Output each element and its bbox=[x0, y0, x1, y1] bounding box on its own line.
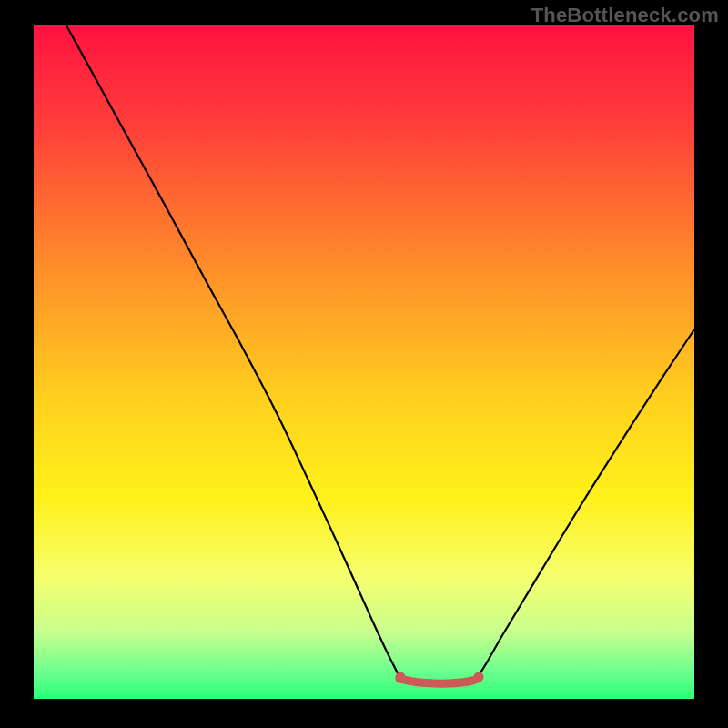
optimal-flat-segment bbox=[399, 679, 478, 683]
watermark-text: TheBottleneck.com bbox=[531, 4, 719, 27]
optimal-endpoint-left bbox=[396, 672, 406, 682]
chart-frame: TheBottleneck.com bbox=[0, 0, 728, 728]
plot-area bbox=[34, 25, 694, 699]
optimal-endpoint-right bbox=[474, 672, 484, 682]
gradient-background bbox=[34, 25, 694, 699]
bottleneck-chart bbox=[34, 25, 694, 699]
